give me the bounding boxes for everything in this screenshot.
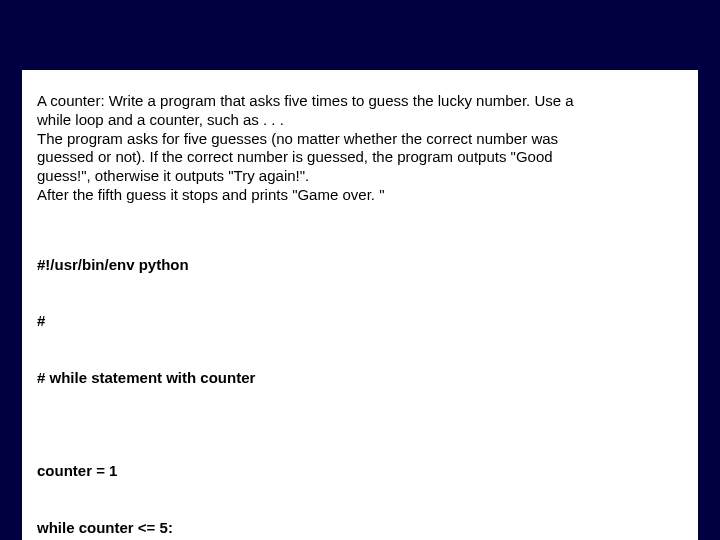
prose-line: The program asks for five guesses (no ma… — [37, 130, 683, 149]
prose-line: After the fifth guess it stops and print… — [37, 186, 683, 205]
code-line: counter = 1 — [37, 462, 683, 481]
code-line: #!/usr/bin/env python — [37, 256, 683, 275]
prose-line: A counter: Write a program that asks fiv… — [37, 92, 683, 111]
document-page: A counter: Write a program that asks fiv… — [22, 70, 698, 540]
prose-line: guess!", otherwise it outputs "Try again… — [37, 167, 683, 186]
problem-description: A counter: Write a program that asks fiv… — [37, 92, 683, 205]
prose-line: guessed or not). If the correct number i… — [37, 148, 683, 167]
code-line: while counter <= 5: — [37, 519, 683, 538]
code-block: #!/usr/bin/env python # # while statemen… — [37, 219, 683, 541]
code-line: # while statement with counter — [37, 369, 683, 388]
prose-line: while loop and a counter, such as . . . — [37, 111, 683, 130]
code-line: # — [37, 312, 683, 331]
